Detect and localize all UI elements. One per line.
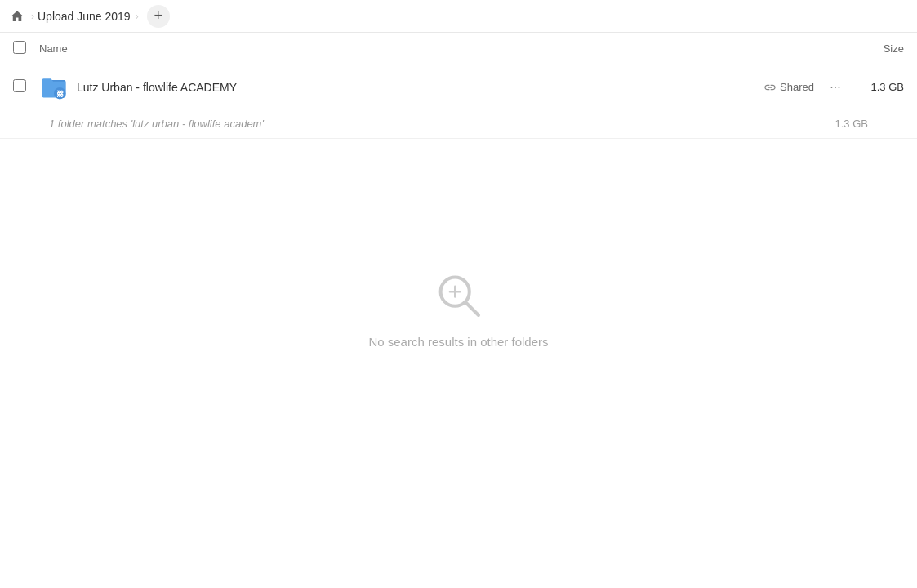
svg-text:⛓: ⛓ [56,89,64,97]
shared-label: Shared [780,81,814,93]
match-info-text: 1 folder matches 'lutz urban - flowlife … [49,118,835,130]
file-checkbox-col [13,79,39,95]
table-header: Name Size [0,33,917,65]
col-name-header: Name [39,42,822,55]
folder-icon-wrap: ⛓ [39,73,69,102]
shared-badge: Shared [763,81,814,94]
file-meta: Shared ··· [763,76,847,99]
match-info-row: 1 folder matches 'lutz urban - flowlife … [0,109,917,139]
breadcrumb-title[interactable]: Upload June 2019 [38,10,131,23]
file-checkbox[interactable] [13,79,26,92]
file-size: 1.3 GB [847,81,904,93]
top-bar: › Upload June 2019 › + [0,0,917,33]
breadcrumb-chevron2: › [136,11,139,22]
no-results-search-icon [433,270,485,322]
col-size-header: Size [822,42,904,55]
file-name: Lutz Urban - flowlife ACADEMY [77,81,763,94]
svg-line-4 [465,302,479,315]
link-icon [763,81,777,94]
select-all-checkbox[interactable] [13,41,26,54]
folder-icon: ⛓ [39,73,69,102]
add-button[interactable]: + [147,5,170,28]
header-checkbox-col [13,41,39,56]
empty-state-text: No search results in other folders [368,335,548,349]
empty-state: No search results in other folders [0,270,917,349]
home-button[interactable] [10,9,24,24]
match-info-size: 1.3 GB [835,118,868,130]
file-row[interactable]: ⛓ Lutz Urban - flowlife ACADEMY Shared ·… [0,65,917,109]
breadcrumb-chevron: › [31,11,34,22]
home-icon [10,9,24,24]
more-options-button[interactable]: ··· [824,76,847,99]
